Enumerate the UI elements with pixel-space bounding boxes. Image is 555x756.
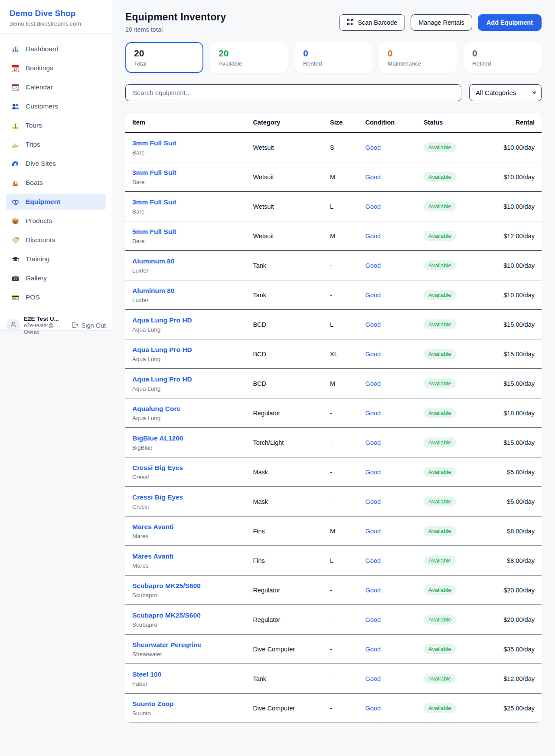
sidebar-item[interactable]: Trips [6, 136, 106, 153]
item-size: - [323, 487, 359, 516]
condition-link[interactable]: Good [366, 321, 381, 328]
condition-link[interactable]: Good [366, 380, 381, 387]
item-name-link[interactable]: Aqualung Core [132, 404, 239, 413]
equipment-table-card: Item Category Size Condition Status Rent… [125, 113, 542, 723]
sidebar-item[interactable]: 17 Bookings [6, 60, 106, 76]
item-name-link[interactable]: Aqua Lung Pro HD [132, 316, 239, 325]
manage-rentals-button[interactable]: Manage Rentals [411, 14, 472, 31]
status-badge: Available [424, 260, 456, 270]
category-select[interactable]: All Categories [469, 84, 542, 101]
item-name-link[interactable]: BigBlue AL1200 [132, 434, 239, 443]
condition-link[interactable]: Good [366, 616, 381, 623]
scan-barcode-button[interactable]: Scan Barcode [339, 14, 405, 31]
item-name-link[interactable]: 3mm Full Suit [132, 198, 239, 207]
table-row[interactable]: BigBlue AL1200 BigBlue Torch/Light - Goo… [125, 428, 542, 457]
status-badge: Available [424, 585, 456, 595]
table-row[interactable]: Aqua Lung Pro HD Aqua Lung BCD L Good Av… [125, 310, 542, 339]
item-name-link[interactable]: Aluminum 80 [132, 286, 239, 295]
item-size: S [323, 132, 359, 162]
item-category: BCD [246, 339, 323, 369]
condition-link[interactable]: Good [366, 439, 381, 446]
item-name-link[interactable]: 5mm Full Suit [132, 227, 239, 236]
table-row[interactable]: Scubapro MK25/S600 Scubapro Regulator - … [125, 605, 542, 634]
item-name-link[interactable]: Mares Avanti [132, 523, 239, 531]
sidebar-item[interactable]: Customers [6, 98, 106, 115]
stat-card[interactable]: 0 Maintenance [379, 42, 457, 73]
table-row[interactable]: Aluminum 80 Luxfer Tank - Good Available… [125, 251, 542, 280]
item-name-link[interactable]: Scubapro MK25/S600 [132, 582, 239, 590]
table-row[interactable]: Mares Avanti Mares Fins L Good Available… [125, 546, 542, 575]
item-name-link[interactable]: Shearwater Peregrine [132, 641, 239, 649]
stat-card[interactable]: 0 Rented [294, 42, 372, 73]
table-row[interactable]: Suunto Zoop Suunto Dive Computer - Good … [125, 694, 542, 723]
item-name-link[interactable]: 3mm Full Suit [132, 168, 239, 177]
item-name-link[interactable]: Aqua Lung Pro HD [132, 345, 239, 354]
sidebar-item[interactable]: Dive Sites [6, 155, 106, 172]
item-name-link[interactable]: Cressi Big Eyes [132, 493, 239, 502]
table-row[interactable]: Cressi Big Eyes Cressi Mask - Good Avail… [125, 457, 542, 487]
item-name-link[interactable]: Cressi Big Eyes [132, 463, 239, 472]
sidebar-item[interactable]: Discounts [6, 232, 106, 248]
condition-link[interactable]: Good [366, 705, 381, 712]
col-header-status: Status [417, 113, 479, 132]
table-row[interactable]: Aqua Lung Pro HD Aqua Lung BCD XL Good A… [125, 339, 542, 369]
item-name-link[interactable]: Suunto Zoop [132, 700, 239, 708]
item-size: - [323, 280, 359, 310]
item-name-link[interactable]: Aluminum 80 [132, 257, 239, 266]
search-input[interactable] [125, 84, 461, 101]
table-row[interactable]: 3mm Full Suit Bare Wetsuit M Good Availa… [125, 162, 542, 192]
table-row[interactable]: 3mm Full Suit Bare Wetsuit L Good Availa… [125, 192, 542, 221]
stat-card[interactable]: 0 Retired [464, 42, 542, 73]
condition-link[interactable]: Good [366, 469, 381, 476]
bar-chart-icon [11, 45, 20, 53]
condition-link[interactable]: Good [366, 587, 381, 594]
sidebar-item[interactable]: POS [6, 289, 106, 306]
item-category: Wetsuit [246, 132, 323, 162]
condition-link[interactable]: Good [366, 174, 381, 181]
condition-link[interactable]: Good [366, 646, 381, 653]
condition-link[interactable]: Good [366, 292, 381, 299]
add-equipment-button[interactable]: Add Equipment [478, 14, 542, 31]
sidebar-item[interactable]: Equipment [6, 194, 106, 210]
condition-link[interactable]: Good [366, 557, 381, 564]
sidebar-item[interactable]: Training [6, 251, 106, 267]
stat-card[interactable]: 20 Total [125, 42, 203, 73]
table-row[interactable]: Aluminum 80 Luxfer Tank - Good Available… [125, 280, 542, 310]
table-row[interactable]: Scubapro MK25/S600 Scubapro Regulator - … [125, 575, 542, 605]
condition-link[interactable]: Good [366, 203, 381, 210]
condition-link[interactable]: Good [366, 351, 381, 358]
condition-link[interactable]: Good [366, 528, 381, 535]
table-row[interactable]: Steel 100 Faber Tank - Good Available $1… [125, 664, 542, 694]
table-row[interactable]: Aqua Lung Pro HD Aqua Lung BCD M Good Av… [125, 369, 542, 398]
item-rental-price: $12.00/day [479, 221, 542, 251]
sidebar-item[interactable]: Tours [6, 117, 106, 134]
item-name-link[interactable]: Mares Avanti [132, 552, 239, 561]
stat-card[interactable]: 20 Available [210, 42, 288, 73]
item-name-link[interactable]: Scubapro MK25/S600 [132, 611, 239, 620]
condition-link[interactable]: Good [366, 675, 381, 682]
item-name-link[interactable]: Steel 100 [132, 670, 239, 679]
condition-link[interactable]: Good [366, 233, 381, 240]
condition-link[interactable]: Good [366, 262, 381, 269]
table-row[interactable]: 3mm Full Suit Bare Wetsuit S Good Availa… [125, 132, 542, 162]
condition-link[interactable]: Good [366, 144, 381, 151]
table-row[interactable]: Aqualung Core Aqua Lung Regulator - Good… [125, 398, 542, 428]
sidebar-item[interactable]: Dashboard [6, 41, 106, 57]
item-brand: Bare [132, 238, 239, 244]
tag-icon [11, 236, 20, 244]
item-name-link[interactable]: Aqua Lung Pro HD [132, 375, 239, 384]
sidebar-item-label: Bookings [26, 64, 53, 72]
table-row[interactable]: Cressi Big Eyes Cressi Mask - Good Avail… [125, 487, 542, 516]
sidebar-item[interactable]: Gallery [6, 270, 106, 286]
condition-link[interactable]: Good [366, 410, 381, 417]
stat-value: 0 [303, 48, 364, 59]
sidebar-item[interactable]: Products [6, 213, 106, 229]
table-row[interactable]: 5mm Full Suit Bare Wetsuit M Good Availa… [125, 221, 542, 251]
table-row[interactable]: Shearwater Peregrine Shearwater Dive Com… [125, 634, 542, 664]
condition-link[interactable]: Good [366, 498, 381, 505]
sign-out-button[interactable]: Sign Out [71, 321, 106, 330]
sidebar-item[interactable]: Boats [6, 174, 106, 191]
sidebar-item[interactable]: Calendar [6, 79, 106, 95]
item-name-link[interactable]: 3mm Full Suit [132, 139, 239, 148]
table-row[interactable]: Mares Avanti Mares Fins M Good Available… [125, 516, 542, 546]
